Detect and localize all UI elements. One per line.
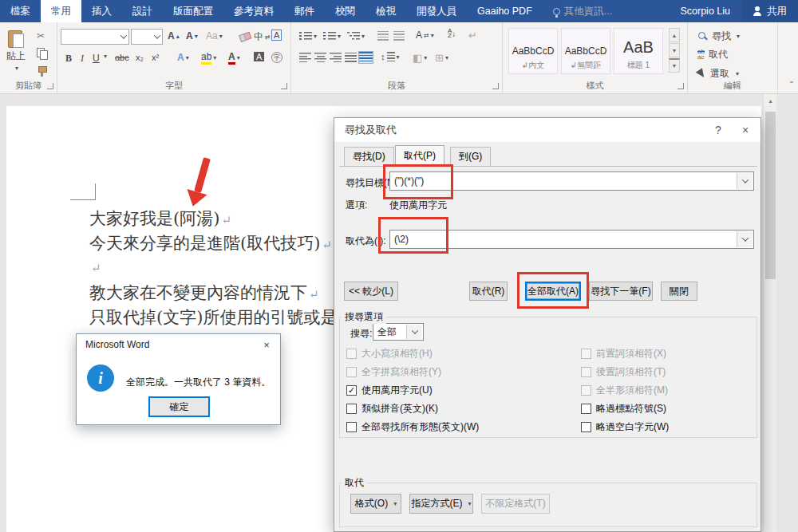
- doc-line-4[interactable]: 教大家在不變更內容的情況下↵: [89, 282, 319, 304]
- font-dialog-launcher[interactable]: [281, 83, 287, 89]
- replace-dropdown-button[interactable]: [737, 231, 753, 247]
- tab-references[interactable]: 參考資料: [223, 0, 284, 22]
- tab-find[interactable]: 尋找(D): [344, 147, 394, 166]
- checkbox-ignore-punctuation[interactable]: 略過標點符號(S): [581, 402, 666, 416]
- tab-developer[interactable]: 開發人員: [406, 0, 467, 22]
- text-effects-button[interactable]: A▾: [177, 52, 189, 63]
- format-button[interactable]: 格式(O)▾: [350, 494, 401, 514]
- asian-layout-button[interactable]: A⇄▾: [416, 30, 434, 41]
- superscript-button[interactable]: x²: [152, 53, 159, 62]
- subscript-button[interactable]: x₂: [136, 53, 144, 62]
- clear-formatting-button[interactable]: [239, 32, 250, 41]
- shading-button[interactable]: ◧▾: [413, 52, 427, 64]
- multilevel-list-button[interactable]: ▾: [347, 31, 365, 41]
- scrollbar-thumb[interactable]: [765, 112, 776, 279]
- checkbox-match-suffix[interactable]: 後置詞須相符(T): [581, 365, 666, 379]
- doc-line-2[interactable]: 今天來分享的是進階(取代技巧)↵: [89, 232, 332, 254]
- distribute-button[interactable]: [358, 51, 373, 64]
- find-next-button[interactable]: 尋找下一筆(F): [589, 282, 653, 301]
- msgbox-title-bar[interactable]: Microsoft Word: [77, 334, 280, 355]
- borders-button[interactable]: ⊞▾: [435, 52, 448, 64]
- strikethrough-button[interactable]: abc: [115, 53, 129, 62]
- msgbox-close-icon[interactable]: ×: [253, 334, 280, 355]
- special-button[interactable]: 指定方式(E)▾: [409, 494, 473, 514]
- tab-mailings[interactable]: 郵件: [284, 0, 325, 22]
- tab-review[interactable]: 校閱: [325, 0, 365, 22]
- find-dropdown-button[interactable]: [737, 173, 753, 189]
- numbering-button[interactable]: ▾: [323, 31, 341, 41]
- paste-button[interactable]: 貼上 ▾: [6, 29, 26, 72]
- align-center-button[interactable]: [314, 53, 326, 62]
- styles-gallery-more[interactable]: ▼: [669, 58, 680, 73]
- checkbox-find-all-word-forms[interactable]: 全部尋找所有形態(英文)(W): [346, 420, 479, 434]
- bold-button[interactable]: B: [65, 53, 72, 65]
- dialog-help-button[interactable]: ?: [705, 118, 732, 142]
- checkbox-ignore-whitespace[interactable]: 略過空白字元(W): [581, 420, 669, 434]
- dialog-close-icon[interactable]: ×: [732, 118, 759, 142]
- formatting-marks-button[interactable]: ↵: [468, 30, 477, 41]
- tab-goto[interactable]: 到(G): [450, 147, 491, 166]
- font-size-combobox[interactable]: [131, 29, 163, 45]
- search-direction-select[interactable]: 全部: [373, 323, 424, 341]
- less-button[interactable]: << 較少(L): [344, 282, 398, 301]
- paragraph-dialog-launcher[interactable]: [492, 83, 499, 89]
- tab-design[interactable]: 設計: [122, 0, 163, 22]
- doc-line-5[interactable]: 只取代掉(文字)所使用的引號或是括: [89, 306, 354, 329]
- tab-tell-me[interactable]: 其他資訊...: [543, 0, 622, 22]
- cut-button[interactable]: ✂: [37, 30, 45, 41]
- collapse-ribbon-button[interactable]: ˆ: [790, 81, 793, 92]
- find-button[interactable]: 尋找▾: [697, 30, 740, 43]
- decrease-indent-button[interactable]: [377, 31, 389, 41]
- replace-one-button[interactable]: 取代(R): [469, 282, 508, 301]
- character-border-button[interactable]: A: [271, 30, 282, 41]
- doc-line-3[interactable]: ↵: [89, 257, 101, 276]
- checkbox-match-case[interactable]: 大小寫須相符(H): [346, 347, 433, 361]
- line-spacing-button[interactable]: ↕▾: [381, 52, 400, 61]
- tab-gaaiho-pdf[interactable]: Gaaiho PDF: [467, 0, 543, 22]
- align-left-button[interactable]: [299, 53, 311, 62]
- bullets-button[interactable]: ▾: [299, 31, 317, 41]
- checkbox-whole-words[interactable]: 全字拼寫須相符(Y): [346, 365, 441, 379]
- grow-font-button[interactable]: A▴: [168, 30, 180, 41]
- share-button[interactable]: 共用: [741, 0, 798, 22]
- justify-button[interactable]: [345, 53, 357, 62]
- tab-replace[interactable]: 取代(P): [395, 145, 444, 166]
- font-color-button[interactable]: A▾: [228, 51, 240, 65]
- sort-button[interactable]: AZ↓: [448, 29, 456, 38]
- style-no-spacing[interactable]: AaBbCcD ↲無間距: [561, 28, 610, 74]
- checkbox-match-fullwidth[interactable]: 全半形須相符(M): [581, 384, 668, 397]
- shrink-font-button[interactable]: A▾: [186, 30, 198, 41]
- underline-button[interactable]: U: [93, 53, 100, 64]
- search-direction-dropdown[interactable]: [406, 325, 422, 339]
- styles-dialog-launcher[interactable]: [678, 83, 684, 89]
- increase-indent-button[interactable]: [393, 31, 405, 41]
- styles-scroll-up[interactable]: ▲: [669, 28, 680, 42]
- align-right-button[interactable]: [330, 53, 342, 62]
- select-button[interactable]: 選取▾: [697, 67, 739, 81]
- tab-insert[interactable]: 插入: [81, 0, 122, 22]
- scrollbar-up-arrow[interactable]: ▴: [764, 94, 777, 108]
- dialog-title-bar[interactable]: 尋找及取代: [334, 118, 760, 142]
- underline-arrow[interactable]: ▾: [102, 53, 107, 60]
- checkbox-sounds-like[interactable]: 類似拼音(英文)(K): [346, 402, 438, 416]
- tab-view[interactable]: 檢視: [365, 0, 406, 22]
- msgbox-ok-button[interactable]: 確定: [148, 396, 210, 417]
- character-shading-button[interactable]: A: [254, 52, 264, 61]
- tab-home[interactable]: 常用: [41, 0, 81, 22]
- italic-button[interactable]: I: [81, 53, 84, 65]
- style-normal[interactable]: AaBbCcD ↲內文: [508, 28, 558, 74]
- checkbox-match-prefix[interactable]: 前置詞須相符(X): [581, 347, 666, 361]
- change-case-button[interactable]: Aa▾: [206, 30, 223, 41]
- tab-layout[interactable]: 版面配置: [163, 0, 223, 22]
- doc-line-1[interactable]: 大家好我是(阿湯)↵: [89, 207, 231, 230]
- clipboard-dialog-launcher[interactable]: [47, 83, 53, 89]
- enclose-character-button[interactable]: 字: [271, 52, 282, 63]
- close-button[interactable]: 關閉: [661, 282, 697, 301]
- styles-scroll-down[interactable]: ▼: [669, 43, 680, 57]
- format-painter-button[interactable]: [37, 65, 48, 77]
- font-name-combobox[interactable]: [61, 29, 129, 45]
- checkbox-use-wildcards[interactable]: ✓使用萬用字元(U): [346, 384, 433, 397]
- highlight-button[interactable]: ab▾: [201, 51, 216, 65]
- tab-file[interactable]: 檔案: [0, 0, 41, 22]
- copy-button[interactable]: [37, 48, 48, 59]
